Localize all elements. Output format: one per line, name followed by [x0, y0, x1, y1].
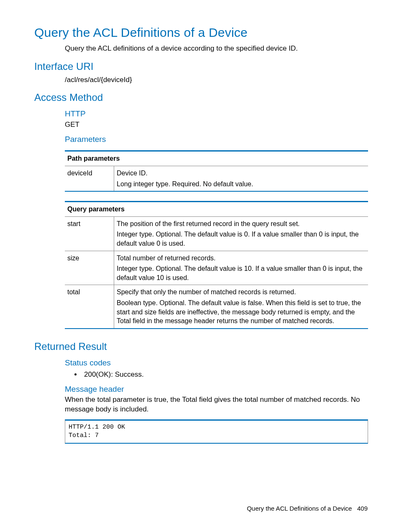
- returned-result-heading: Returned Result: [34, 340, 368, 353]
- interface-uri-value: /acl/res/acl/{deviceId}: [65, 75, 368, 85]
- footer-title: Query the ACL Definitions of a Device: [247, 505, 352, 512]
- query-params-header: Query parameters: [65, 202, 368, 217]
- parameters-heading: Parameters: [65, 134, 368, 145]
- http-method: GET: [65, 120, 368, 130]
- code-block: HTTP/1.1 200 OK Total: 7: [65, 419, 368, 444]
- path-params-header: Path parameters: [65, 151, 368, 166]
- param-name: deviceId: [65, 166, 114, 191]
- param-desc: The position of the first returned recor…: [114, 216, 368, 251]
- access-method-heading: Access Method: [34, 91, 368, 104]
- page-footer: Query the ACL Definitions of a Device 40…: [247, 504, 368, 513]
- param-name: total: [65, 285, 114, 329]
- footer-page: 409: [357, 505, 368, 512]
- path-parameters-table: Path parameters deviceId Device ID. Long…: [65, 150, 368, 192]
- http-heading: HTTP: [65, 108, 368, 119]
- param-desc: Total number of returned records. Intege…: [114, 251, 368, 285]
- table-row: total Specify that only the number of ma…: [65, 285, 368, 329]
- lead-text: Query the ACL definitions of a device ac…: [65, 44, 368, 54]
- status-codes-heading: Status codes: [65, 357, 368, 368]
- status-codes-list: 200(OK): Success.: [65, 370, 368, 380]
- message-header-text: When the total parameter is true, the To…: [65, 395, 368, 414]
- table-row: start The position of the first returned…: [65, 216, 368, 251]
- param-name: size: [65, 251, 114, 285]
- param-desc: Specify that only the number of matched …: [114, 285, 368, 329]
- query-parameters-table: Query parameters start The position of t…: [65, 201, 368, 329]
- interface-uri-heading: Interface URI: [34, 60, 368, 73]
- message-header-heading: Message header: [65, 384, 368, 395]
- list-item: 200(OK): Success.: [82, 370, 368, 380]
- table-row: deviceId Device ID. Long integer type. R…: [65, 166, 368, 191]
- page-title: Query the ACL Definitions of a Device: [34, 24, 368, 41]
- table-row: size Total number of returned records. I…: [65, 251, 368, 285]
- param-name: start: [65, 216, 114, 251]
- param-desc: Device ID. Long integer type. Required. …: [114, 166, 368, 191]
